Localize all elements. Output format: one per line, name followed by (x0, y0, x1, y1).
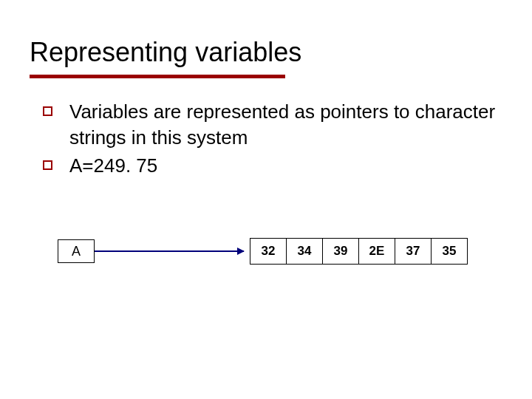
content-area: Variables are represented as pointers to… (30, 99, 502, 178)
variable-label: A (72, 244, 81, 259)
square-bullet-icon (43, 160, 52, 170)
title-block: Representing variables (30, 37, 502, 78)
bullet-item: Variables are represented as pointers to… (34, 99, 502, 150)
bullet-text: Variables are represented as pointers to… (69, 100, 495, 148)
bullet-list: Variables are represented as pointers to… (34, 99, 502, 178)
byte-value: 2E (369, 244, 385, 259)
square-bullet-icon (43, 106, 52, 116)
pointer-diagram: A 32 34 39 2E 37 35 (58, 238, 494, 273)
byte-value: 37 (406, 244, 420, 259)
byte-value: 32 (262, 244, 276, 259)
title-underline (30, 75, 285, 78)
byte-value: 39 (334, 244, 348, 259)
byte-value: 35 (443, 244, 457, 259)
variable-box: A (58, 239, 95, 263)
pointer-arrow-icon (95, 250, 244, 252)
title-underline-shadow (32, 80, 287, 83)
bullet-text: A=249. 75 (69, 154, 157, 177)
byte-cell: 35 (431, 238, 468, 265)
slide: Representing variables Variables are rep… (0, 0, 532, 399)
slide-title: Representing variables (30, 37, 502, 67)
byte-cell: 34 (286, 238, 323, 265)
byte-cell: 37 (395, 238, 432, 265)
byte-row: 32 34 39 2E 37 35 (250, 238, 468, 265)
bullet-item: A=249. 75 (34, 153, 502, 178)
byte-cell: 2E (358, 238, 395, 265)
byte-cell: 39 (322, 238, 359, 265)
byte-value: 34 (298, 244, 312, 259)
byte-cell: 32 (250, 238, 287, 265)
